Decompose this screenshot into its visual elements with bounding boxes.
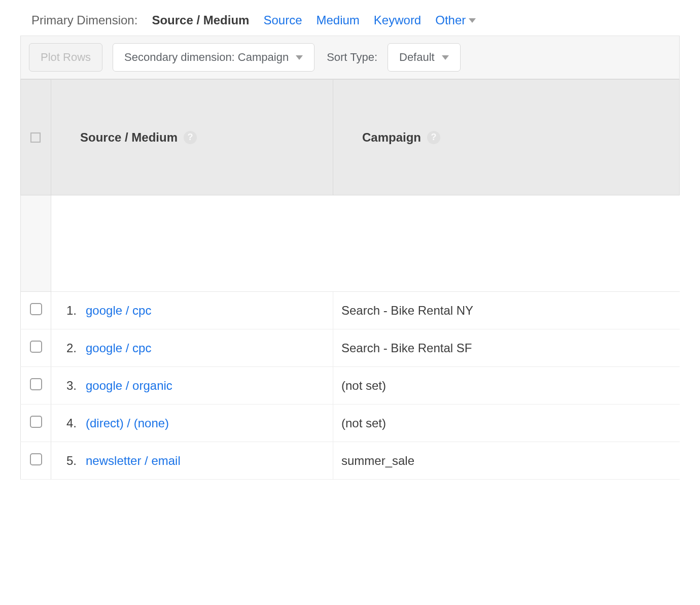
chevron-down-icon [469,18,476,23]
campaign-cell: Search - Bike Rental SF [333,329,680,367]
dimension-tab-keyword[interactable]: Keyword [374,13,421,27]
help-icon[interactable]: ? [184,131,197,144]
source-medium-link[interactable]: newsletter / email [86,454,181,467]
plot-rows-button: Plot Rows [29,43,102,72]
row-checkbox[interactable] [30,303,42,315]
header-checkbox-cell [21,80,51,195]
chevron-down-icon [442,55,449,60]
row-number: 4. [66,416,77,430]
campaign-cell: Search - Bike Rental NY [333,292,680,329]
dimension-tab-medium[interactable]: Medium [316,13,359,27]
row-number: 1. [66,304,77,317]
row-number: 5. [66,454,77,467]
source-medium-link[interactable]: google / organic [86,379,172,392]
campaign-cell: (not set) [333,405,680,442]
campaign-cell: (not set) [333,367,680,405]
table-row: 5.newsletter / emailsummer_sale [21,442,680,480]
table-row: 2.google / cpcSearch - Bike Rental SF [21,329,680,367]
dimension-tab-source[interactable]: Source [263,13,302,27]
data-table: Source / Medium ? Campaign ? 1.google / … [20,79,680,480]
dimension-tab-other[interactable]: Other [435,13,476,27]
source-medium-link[interactable]: google / cpc [86,341,151,355]
campaign-cell: summer_sale [333,442,680,480]
row-checkbox[interactable] [30,378,42,390]
secondary-dimension-select[interactable]: Secondary dimension: Campaign [113,43,314,72]
primary-dimension-label: Primary Dimension: [31,13,137,27]
table-row: 3.google / organic(not set) [21,367,680,405]
sort-type-label: Sort Type: [327,51,377,64]
dimension-tab-source-medium[interactable]: Source / Medium [152,13,249,27]
source-medium-link[interactable]: google / cpc [86,304,151,317]
column-header-campaign[interactable]: Campaign ? [333,80,680,195]
row-number: 3. [66,379,77,392]
select-all-checkbox[interactable] [30,132,41,143]
help-icon[interactable]: ? [427,131,440,144]
sort-type-select[interactable]: Default [388,43,461,72]
row-number: 2. [66,341,77,355]
source-medium-link[interactable]: (direct) / (none) [86,416,169,430]
chevron-down-icon [296,55,303,60]
row-checkbox[interactable] [30,416,42,428]
row-checkbox[interactable] [30,341,42,353]
table-row: 4.(direct) / (none)(not set) [21,405,680,442]
table-row: 1.google / cpcSearch - Bike Rental NY [21,292,680,329]
summary-row [21,195,680,292]
toolbar: Plot Rows Secondary dimension: Campaign … [20,36,680,79]
column-header-source-medium[interactable]: Source / Medium ? [51,80,333,195]
primary-dimension-bar: Primary Dimension: Source / Medium Sourc… [20,10,680,36]
row-checkbox[interactable] [30,453,42,465]
